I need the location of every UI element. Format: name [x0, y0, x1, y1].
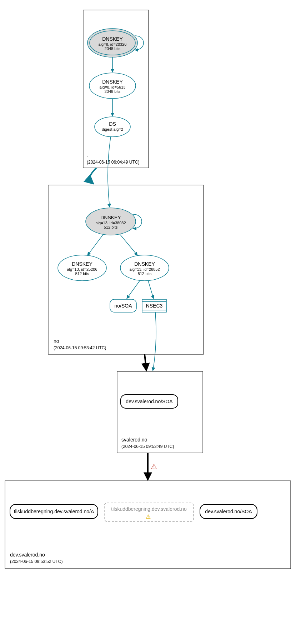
edge-ds-to-no-ksk: [108, 137, 111, 207]
zone-dev-label: dev.svalerod.no: [10, 552, 45, 558]
node-dev-warn: tilskuddberegning.dev.svalerod.no ⚠: [104, 503, 194, 521]
svg-text:512 bits: 512 bits: [75, 271, 89, 276]
node-no-soa: no/SOA: [110, 299, 136, 312]
node-no-ksk: DNSKEY alg=13, id=38032 512 bits: [86, 208, 136, 235]
svg-text:NSEC3: NSEC3: [146, 303, 163, 309]
svg-text:alg=13, id=28852: alg=13, id=28852: [129, 267, 160, 271]
svg-text:2048 bits: 2048 bits: [105, 89, 121, 94]
node-dev-soa: dev.svalerod.no/SOA: [200, 504, 257, 519]
svg-text:dev.svalerod.no/SOA: dev.svalerod.no/SOA: [205, 509, 252, 514]
svg-text:tilskuddberegning.dev.svalerod: tilskuddberegning.dev.svalerod.no/A: [14, 509, 94, 514]
node-no-zsk2: DNSKEY alg=13, id=28852 512 bits: [120, 255, 169, 281]
edge-no-z2-soa: [127, 280, 140, 299]
svg-text:DNSKEY: DNSKEY: [102, 36, 123, 42]
svg-text:digest alg=2: digest alg=2: [102, 127, 123, 131]
svg-text:DS: DS: [109, 121, 116, 127]
svg-text:512 bits: 512 bits: [104, 225, 118, 229]
zone-sval-label: svalerod.no: [121, 437, 147, 443]
edge-no-z2-nsec3: [148, 281, 154, 299]
svg-text:DNSKEY: DNSKEY: [102, 79, 123, 85]
edge-no-ksk-z2: [120, 234, 137, 255]
zone-sval-time: (2024-06-15 09:53:49 UTC): [121, 444, 174, 449]
dnssec-diagram: . (2024-06-15 06:04:49 UTC) DNSKEY alg=8…: [0, 0, 296, 644]
node-root-zsk: DNSKEY alg=8, id=5613 2048 bits: [89, 73, 136, 99]
node-nsec3: NSEC3: [142, 299, 166, 312]
svg-text:DNSKEY: DNSKEY: [100, 215, 121, 220]
svg-text:DNSKEY: DNSKEY: [134, 261, 155, 267]
node-root-ds: DS digest alg=2: [95, 117, 130, 137]
svg-text:alg=8, id=5613: alg=8, id=5613: [100, 85, 126, 89]
svg-text:512 bits: 512 bits: [138, 271, 152, 276]
edge-nsec3-to-sval: [153, 312, 156, 371]
svg-point-9: [95, 117, 130, 137]
edge-no-ksk-z1: [87, 234, 104, 255]
svg-text:alg=8, id=20326: alg=8, id=20326: [99, 42, 127, 46]
svg-text:no/SOA: no/SOA: [114, 303, 132, 309]
edge-no-to-sval-zone: [145, 354, 146, 371]
edge-root-to-no-zone: [90, 168, 96, 184]
zone-dev-time: (2024-06-15 09:53:52 UTC): [10, 559, 62, 564]
node-sval-soa: dev.svalerod.no/SOA: [121, 395, 178, 408]
node-root-ksk: DNSKEY alg=8, id=20326 2048 bits: [87, 29, 137, 57]
zone-no-time: (2024-06-15 09:53:42 UTC): [54, 345, 106, 350]
svg-text:alg=13, id=38032: alg=13, id=38032: [95, 221, 126, 225]
svg-text:alg=13, id=25206: alg=13, id=25206: [67, 267, 97, 271]
warning-yellow-icon: ⚠: [146, 514, 151, 520]
zone-no-label: no: [54, 338, 59, 344]
zone-dev: [5, 481, 291, 569]
node-no-zsk1: DNSKEY alg=13, id=25206 512 bits: [58, 255, 106, 281]
zone-root-time: (2024-06-15 06:04:49 UTC): [87, 160, 139, 165]
svg-text:DNSKEY: DNSKEY: [72, 261, 92, 267]
warning-red-icon: ⚠: [151, 463, 157, 470]
svg-text:dev.svalerod.no/SOA: dev.svalerod.no/SOA: [126, 399, 173, 404]
svg-text:tilskuddberegning.dev.svalerod: tilskuddberegning.dev.svalerod.no: [111, 506, 187, 512]
node-dev-a: tilskuddberegning.dev.svalerod.no/A: [10, 504, 98, 519]
svg-text:2048 bits: 2048 bits: [105, 46, 121, 51]
zone-root-label: .: [87, 153, 88, 158]
